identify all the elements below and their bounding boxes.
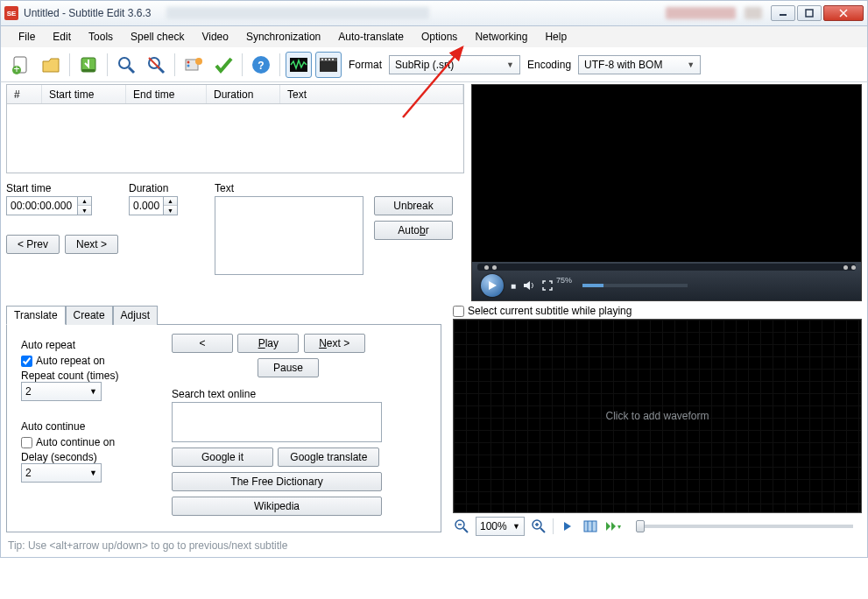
zoom-in-button[interactable] <box>530 518 547 535</box>
menu-networking[interactable]: Networking <box>466 29 536 45</box>
spellcheck-button[interactable] <box>210 52 236 78</box>
pause-button[interactable]: Pause <box>258 358 319 377</box>
menubar: File Edit Tools Spell check Video Synchr… <box>0 26 868 47</box>
volume-slider[interactable] <box>582 284 688 287</box>
repeat-count-combo[interactable]: 2▼ <box>21 382 102 401</box>
search-label: Search text online <box>172 388 432 400</box>
unbreak-button[interactable]: Unbreak <box>374 196 453 215</box>
google-it-button[interactable]: Google it <box>172 447 273 467</box>
close-button[interactable] <box>823 5 864 21</box>
auto-continue-group: Auto continue Auto continue on Delay (se… <box>16 415 165 488</box>
replace-button[interactable] <box>143 52 169 78</box>
waveform-panel[interactable]: Click to add waveform <box>453 319 862 513</box>
free-dictionary-button[interactable]: The Free Dictionary <box>172 472 382 491</box>
waveform-view-button[interactable] <box>286 52 312 78</box>
format-dropdown[interactable]: SubRip (.srt) ▼ <box>389 55 520 74</box>
maximize-button[interactable] <box>797 5 822 21</box>
col-num[interactable]: # <box>7 85 42 103</box>
chevron-down-icon: ▼ <box>89 469 97 477</box>
wave-play-button[interactable] <box>559 518 576 535</box>
tab-create[interactable]: Create <box>66 306 113 325</box>
menu-help[interactable]: Help <box>536 29 575 45</box>
svg-marker-36 <box>564 522 571 531</box>
stop-icon[interactable]: ■ <box>511 281 516 291</box>
encoding-dropdown[interactable]: UTF-8 with BOM ▼ <box>578 55 701 74</box>
play-button[interactable] <box>481 274 504 297</box>
waveform-position-slider[interactable] <box>636 525 853 528</box>
duration-spinner[interactable]: ▲▼ <box>129 196 178 215</box>
col-end[interactable]: End time <box>126 85 207 103</box>
video-player[interactable]: ■ 75% <box>471 84 862 301</box>
video-controls: ■ 75% <box>472 262 861 300</box>
fullscreen-icon[interactable] <box>542 280 553 291</box>
zoom-combo[interactable]: 100%▼ <box>476 517 525 536</box>
back-button[interactable]: < <box>172 334 233 353</box>
video-view-button[interactable] <box>315 52 342 78</box>
repeat-count-label: Repeat count (times) <box>21 370 118 382</box>
start-time-spinner[interactable]: ▲▼ <box>6 196 118 215</box>
tab-translate[interactable]: Translate <box>6 306 66 325</box>
auto-continue-on-checkbox[interactable]: Auto continue on <box>21 436 159 448</box>
menu-options[interactable]: Options <box>413 29 466 45</box>
svg-point-9 <box>119 58 130 68</box>
svg-rect-23 <box>321 59 323 60</box>
subtitle-text-input[interactable] <box>215 196 363 275</box>
auto-repeat-on-checkbox[interactable]: Auto repeat on <box>21 355 159 367</box>
wikipedia-button[interactable]: Wikipedia <box>172 497 382 516</box>
duration-label: Duration <box>129 182 178 194</box>
minimize-button[interactable] <box>771 5 795 21</box>
zoom-out-button[interactable] <box>453 518 470 535</box>
wave-forward-button[interactable]: ▾ <box>604 518 622 535</box>
text-label: Text <box>215 182 363 194</box>
col-dur[interactable]: Duration <box>207 85 280 103</box>
chevron-down-icon: ▼ <box>512 522 520 531</box>
next-button[interactable]: Next > <box>65 235 118 254</box>
blurred-text <box>166 7 429 19</box>
spin-down-icon[interactable]: ▼ <box>78 206 91 215</box>
duration-input[interactable] <box>129 196 164 215</box>
menu-tools[interactable]: Tools <box>80 29 122 45</box>
autobr-button[interactable]: Auto br <box>374 221 453 240</box>
main-content: # Start time End time Duration Text Star… <box>0 82 868 301</box>
right-pane: ■ 75% <box>469 82 867 301</box>
start-time-input[interactable] <box>6 196 78 215</box>
play-button-2[interactable]: Play <box>237 334 299 353</box>
menu-file[interactable]: File <box>10 29 44 45</box>
chevron-down-icon: ▼ <box>687 60 695 69</box>
encoding-label: Encoding <box>527 59 571 71</box>
auto-continue-title: Auto continue <box>21 420 159 433</box>
video-seekbar[interactable] <box>477 264 856 271</box>
open-file-button[interactable] <box>38 52 64 78</box>
delay-combo[interactable]: 2▼ <box>21 463 102 483</box>
col-start[interactable]: Start time <box>42 85 126 103</box>
edit-panel: Start time ▲▼ < Prev Next > Duration ▲▼ <box>6 182 464 275</box>
spin-up-icon[interactable]: ▲ <box>78 197 91 206</box>
fix-common-errors-button[interactable] <box>180 52 207 78</box>
find-button[interactable] <box>113 52 139 78</box>
search-input[interactable] <box>172 402 382 442</box>
slider-thumb[interactable] <box>636 520 645 532</box>
menu-edit[interactable]: Edit <box>44 29 80 45</box>
left-pane: # Start time End time Duration Text Star… <box>1 82 469 301</box>
prev-button[interactable]: < Prev <box>6 235 60 254</box>
menu-sync[interactable]: Synchronization <box>237 29 329 45</box>
next-button-2[interactable]: Next > <box>304 334 365 353</box>
volume-icon[interactable] <box>523 280 535 291</box>
col-text[interactable]: Text <box>280 85 463 103</box>
save-button[interactable] <box>75 52 102 78</box>
subtitle-table[interactable]: # Start time End time Duration Text <box>6 84 464 173</box>
encoding-value: UTF-8 with BOM <box>584 59 681 71</box>
tab-adjust[interactable]: Adjust <box>113 306 158 325</box>
google-translate-button[interactable]: Google translate <box>278 447 379 467</box>
menu-video[interactable]: Video <box>193 29 236 45</box>
spin-down-icon[interactable]: ▼ <box>164 206 177 215</box>
svg-line-10 <box>129 67 134 73</box>
select-subtitle-checkbox[interactable]: Select current subtitle while playing <box>453 305 862 317</box>
new-file-button[interactable]: + <box>8 52 34 78</box>
menu-autotranslate[interactable]: Auto-translate <box>329 29 413 45</box>
help-button[interactable]: ? <box>248 52 274 78</box>
toolbar: + ? Format SubRip (.srt) ▼ Encoding UTF-… <box>0 47 868 82</box>
menu-spellcheck[interactable]: Spell check <box>122 29 193 45</box>
wave-view-button[interactable] <box>582 518 599 535</box>
spin-up-icon[interactable]: ▲ <box>164 197 177 206</box>
